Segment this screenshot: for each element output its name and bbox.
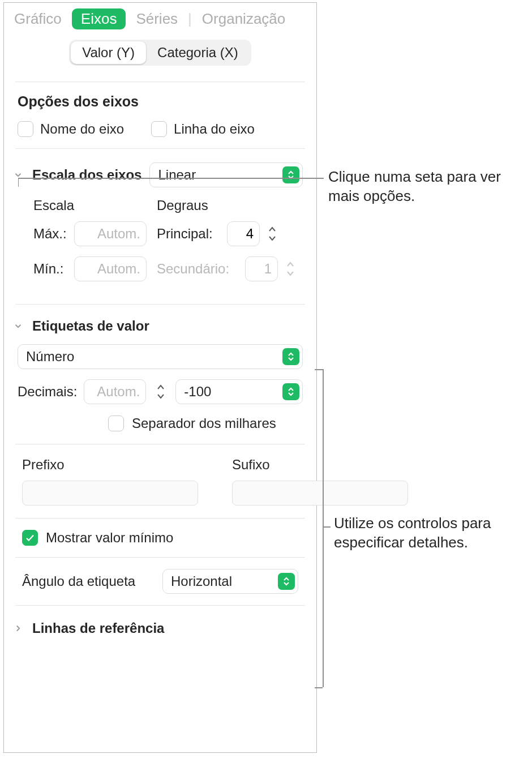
- angle-select[interactable]: Horizontal: [162, 569, 298, 594]
- label-angle: Ângulo da etiqueta: [22, 573, 135, 589]
- select-arrow-icon: [282, 166, 299, 183]
- tab-divider: |: [188, 10, 192, 28]
- stepper-down-icon[interactable]: [156, 392, 166, 400]
- segment-categoria-x[interactable]: Categoria (X): [146, 41, 250, 64]
- select-arrow-icon: [282, 383, 299, 400]
- tab-organizacao[interactable]: Organização: [202, 10, 285, 28]
- tab-grafico[interactable]: Gráfico: [14, 10, 62, 28]
- max-label: Máx.:: [33, 226, 70, 242]
- negative-format-select[interactable]: -100: [175, 379, 303, 404]
- axis-scale-type-value: Linear: [158, 167, 282, 183]
- inspector-panel: Gráfico Eixos Séries | Organização Valor…: [3, 2, 317, 753]
- decimals-stepper[interactable]: [153, 379, 169, 404]
- axis-options-title: Opções dos eixos: [18, 93, 303, 110]
- prefix-label: Prefixo: [22, 457, 198, 473]
- principal-stepper[interactable]: [264, 221, 280, 246]
- chevron-right-icon[interactable]: [12, 622, 24, 635]
- stepper-down-icon: [285, 269, 295, 277]
- value-format-value: Número: [26, 349, 282, 365]
- divider: [15, 148, 305, 149]
- select-arrow-icon: [282, 348, 299, 365]
- callout-line: [315, 369, 323, 370]
- checkbox-thousands-sep[interactable]: [108, 416, 124, 431]
- suffix-input[interactable]: [232, 481, 408, 506]
- callout-hook: [18, 178, 45, 187]
- callout-line: [323, 526, 331, 528]
- escala-title: Escala: [33, 198, 151, 213]
- prefix-input[interactable]: [22, 481, 198, 506]
- degraus-title: Degraus: [157, 198, 298, 213]
- value-labels-title: Etiquetas de valor: [32, 318, 149, 334]
- top-tabs: Gráfico Eixos Séries | Organização: [4, 3, 316, 37]
- decimals-label: Decimais:: [18, 384, 77, 400]
- max-input[interactable]: [74, 221, 147, 246]
- checkbox-show-min[interactable]: [22, 530, 38, 546]
- label-linha-eixo: Linha do eixo: [174, 121, 255, 137]
- secundario-stepper: [282, 256, 298, 281]
- divider: [15, 304, 305, 305]
- callout-line: [323, 369, 324, 687]
- principal-label: Principal:: [157, 226, 222, 242]
- secundario-label: Secundário:: [157, 261, 241, 277]
- chevron-down-icon[interactable]: [12, 320, 24, 332]
- secundario-input: [245, 256, 278, 281]
- stepper-up-icon[interactable]: [267, 225, 277, 233]
- decimals-input[interactable]: [84, 379, 146, 404]
- min-input[interactable]: [74, 256, 147, 281]
- checkbox-linha-eixo[interactable]: [151, 121, 167, 137]
- stepper-up-icon: [285, 260, 295, 268]
- tab-eixos[interactable]: Eixos: [72, 8, 126, 29]
- checkbox-nome-eixo[interactable]: [18, 121, 33, 137]
- value-format-select[interactable]: Número: [18, 344, 303, 369]
- label-nome-eixo: Nome do eixo: [40, 121, 124, 137]
- principal-input[interactable]: [227, 221, 260, 246]
- angle-value: Horizontal: [171, 573, 278, 589]
- suffix-label: Sufixo: [232, 457, 408, 473]
- stepper-up-icon[interactable]: [156, 383, 166, 391]
- reference-lines-label: Linhas de referência: [32, 620, 164, 636]
- axis-segmented: Valor (Y) Categoria (X): [4, 40, 316, 66]
- callout-bottom: Utilize os controlos para especificar de…: [334, 514, 532, 552]
- tab-series[interactable]: Séries: [136, 10, 178, 28]
- label-show-min: Mostrar valor mínimo: [46, 530, 173, 546]
- axis-scale-label: Escala dos eixos: [32, 167, 141, 183]
- negative-format-value: -100: [184, 384, 282, 400]
- axis-scale-type-select[interactable]: Linear: [149, 162, 303, 187]
- callout-line: [315, 687, 323, 688]
- axis-options-section: Opções dos eixos Nome do eixo Linha do e…: [4, 82, 316, 148]
- label-thousands-sep: Separador dos milhares: [132, 416, 276, 431]
- segment-valor-y[interactable]: Valor (Y): [71, 41, 146, 64]
- stepper-down-icon[interactable]: [267, 234, 277, 242]
- select-arrow-icon: [278, 573, 295, 590]
- callout-top: Clique numa seta para ver mais opções.: [328, 168, 526, 206]
- callout-line: [18, 178, 324, 179]
- min-label: Mín.:: [33, 261, 70, 277]
